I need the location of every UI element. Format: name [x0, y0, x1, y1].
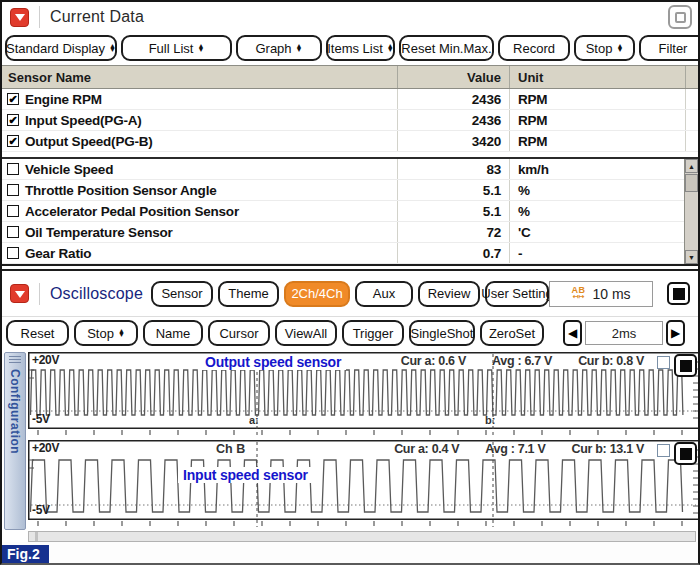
sensor-unit: RPM — [510, 131, 686, 151]
timebase-display: AB↤↦ 10 ms — [549, 281, 653, 307]
button-trigger[interactable]: Trigger — [342, 320, 404, 346]
checkbox-unchecked-icon[interactable] — [7, 205, 19, 217]
button-standard-display[interactable]: Standard Display▲▼ — [5, 35, 117, 61]
button-aux[interactable]: Aux — [355, 281, 413, 307]
button-viewall[interactable]: ViewAll — [275, 320, 337, 346]
sensor-name: Gear Ratio — [25, 246, 91, 261]
window-collapse-icon[interactable] — [10, 8, 29, 27]
spinner-icon: ▲▼ — [296, 44, 303, 53]
spinner-icon: ▲▼ — [118, 329, 125, 338]
divider — [39, 283, 40, 305]
checkbox-checked-icon[interactable]: ✔ — [7, 93, 19, 105]
scroll-down-icon[interactable]: ▼ — [685, 250, 698, 264]
oscilloscope-title: Oscilloscope — [50, 285, 143, 303]
trace-visibility-checkbox[interactable] — [657, 444, 670, 457]
button-label: Sensor — [161, 286, 202, 301]
sensor-unit: - — [510, 243, 686, 263]
sensor-value: 5.1 — [398, 180, 510, 200]
spinner-icon: ▲▼ — [197, 44, 204, 53]
oscilloscope-trace-1: +20V-5VOutput speed sensorCur a: 0.6 VAv… — [28, 352, 700, 438]
window-collapse-icon[interactable] — [10, 284, 29, 303]
table-header: Sensor Name Value Unit — [2, 65, 698, 89]
ab-cursor-icon: AB↤↦ — [571, 287, 585, 301]
divider — [39, 6, 40, 28]
button-full-list[interactable]: Full List▲▼ — [121, 35, 232, 61]
checkbox-unchecked-icon[interactable] — [7, 247, 19, 259]
button-reset[interactable]: Reset — [6, 320, 69, 346]
sensor-name-annotation: Output speed sensor — [200, 354, 346, 370]
table-row[interactable]: Throttle Position Sensor Angle5.1% — [2, 180, 698, 201]
button-label: ViewAll — [285, 326, 327, 341]
button-review[interactable]: Review — [418, 281, 480, 307]
configuration-tab[interactable]: Configuration — [4, 352, 26, 530]
time-div-increase-button[interactable]: ▶ — [666, 320, 685, 346]
figure-label: Fig.2 — [2, 545, 49, 564]
trace-stop-button[interactable] — [674, 442, 697, 465]
sensor-name-annotation: Input speed sensor — [178, 467, 313, 483]
table-row[interactable]: ✔Input Speed(PG-A)2436RPM — [2, 110, 698, 131]
scroll-up-icon[interactable]: ▲ — [685, 159, 698, 173]
average-value: Avg : 6.7 V — [492, 354, 552, 368]
table-row[interactable]: ✔Engine RPM2436RPM — [2, 89, 698, 110]
button-label: Cursor — [219, 326, 258, 341]
button-stop[interactable]: Stop▲▼ — [74, 320, 138, 346]
button-stop[interactable]: Stop▲▼ — [574, 35, 635, 61]
timebase-value: 10 ms — [592, 286, 630, 302]
button-items-list[interactable]: Items List▲▼ — [326, 35, 395, 61]
sensor-value: 0.7 — [398, 243, 510, 263]
horizontal-scrollbar[interactable] — [28, 531, 696, 542]
button-reset-min-max[interactable]: Reset Min.Max. — [399, 35, 494, 61]
button-2ch-4ch[interactable]: 2Ch/4Ch — [284, 281, 350, 307]
column-header-unit[interactable]: Unit — [510, 66, 686, 88]
button-sensor[interactable]: Sensor — [151, 281, 213, 307]
oscilloscope-titlebar: Oscilloscope SensorTheme2Ch/4ChAuxReview… — [2, 271, 698, 317]
column-header-sensor-name[interactable]: Sensor Name — [2, 66, 398, 88]
channel-label: Ch B — [216, 442, 245, 456]
oscilloscope-bottom-toolbar: ResetStop▲▼NameCursorViewAllTriggerSingl… — [2, 317, 698, 350]
button-theme[interactable]: Theme — [218, 281, 279, 307]
scrollbar-thumb[interactable] — [35, 532, 38, 541]
column-header-value[interactable]: Value — [398, 66, 510, 88]
button-user-setting[interactable]: User Setting — [485, 281, 549, 307]
scrollbar-track[interactable] — [685, 192, 698, 250]
sensor-value: 3420 — [398, 131, 510, 151]
button-graph[interactable]: Graph▲▼ — [236, 35, 322, 61]
button-filter[interactable]: Filter — [639, 35, 700, 61]
time-per-div-value: 2ms — [585, 321, 663, 345]
scrollbar-thumb[interactable] — [685, 174, 698, 192]
table-row[interactable]: Vehicle Speed83km/h — [2, 159, 698, 180]
cursor-a-mark: a: — [249, 414, 259, 426]
sensor-value: 83 — [398, 159, 510, 179]
checkbox-unchecked-icon[interactable] — [7, 184, 19, 196]
spinner-icon: ▲▼ — [387, 44, 394, 53]
stop-square-icon — [680, 360, 692, 372]
button-cursor[interactable]: Cursor — [208, 320, 270, 346]
trace-stop-button[interactable] — [674, 354, 697, 377]
button-label: Trigger — [353, 326, 394, 341]
sensor-unit: RPM — [510, 110, 686, 130]
checkbox-unchecked-icon[interactable] — [7, 226, 19, 238]
sensor-name-cell: Throttle Position Sensor Angle — [2, 180, 398, 200]
table-scrollbar[interactable]: ▲ ▼ — [684, 159, 698, 264]
button-label: Reset Min.Max. — [401, 41, 491, 56]
button-singleshot[interactable]: SingleShot — [409, 320, 475, 346]
checkbox-checked-icon[interactable]: ✔ — [7, 135, 19, 147]
checkbox-checked-icon[interactable]: ✔ — [7, 114, 19, 126]
sensor-value: 5.1 — [398, 201, 510, 221]
button-name[interactable]: Name — [143, 320, 203, 346]
cursor-readout-row: Cur a: 0.6 VAvg : 6.7 VCur b: 0.8 V — [401, 354, 644, 368]
button-zeroset[interactable]: ZeroSet — [480, 320, 544, 346]
stop-record-button[interactable] — [667, 282, 690, 305]
button-label: Full List — [149, 41, 194, 56]
table-row[interactable]: Oil Temperature Sensor72'C — [2, 222, 698, 243]
time-div-decrease-button[interactable]: ◀ — [563, 320, 582, 346]
table-row[interactable]: ✔Output Speed(PG-B)3420RPM — [2, 131, 698, 152]
column-header-spacer — [686, 66, 698, 88]
table-row[interactable]: Accelerator Pedal Position Sensor5.1% — [2, 201, 698, 222]
table-row[interactable]: Gear Ratio0.7- — [2, 243, 698, 264]
oscilloscope-body: Configuration +20V-5VOutput speed sensor… — [2, 350, 698, 529]
maximize-button[interactable] — [668, 5, 692, 29]
trace-visibility-checkbox[interactable] — [657, 356, 670, 369]
checkbox-unchecked-icon[interactable] — [7, 163, 19, 175]
button-record[interactable]: Record — [498, 35, 570, 61]
